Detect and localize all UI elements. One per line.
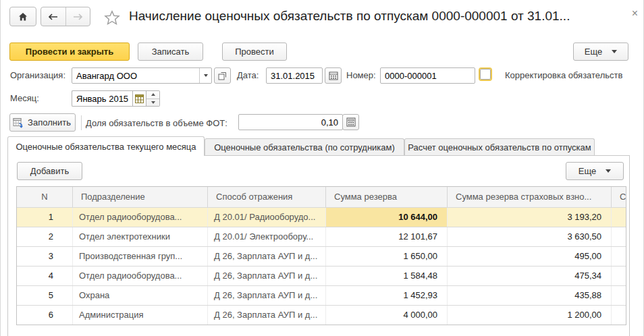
more-button-label: Еще	[585, 47, 602, 57]
organization-input[interactable]	[72, 68, 199, 83]
header-n[interactable]: N	[17, 187, 73, 207]
open-in-new-icon	[218, 72, 227, 80]
table-cell-extra[interactable]	[612, 267, 626, 285]
header-department[interactable]: Подразделение	[73, 187, 208, 207]
table-cell-dept[interactable]: Отдел радиооборудова...	[73, 267, 208, 285]
table-cell-reserve[interactable]: 4 000,00	[326, 306, 448, 325]
adjustment-checkbox[interactable]	[480, 69, 491, 80]
table-cell-reserve[interactable]: 10 644,00	[326, 208, 448, 227]
table-row[interactable]: 2Отдел электротехникиД 20.01/ Электрообо…	[17, 227, 626, 246]
history-nav	[41, 7, 90, 26]
table-cell-reserve[interactable]: 1 650,00	[326, 247, 448, 266]
month-input[interactable]	[72, 90, 132, 107]
table-cell-insurance[interactable]: 495,00	[448, 247, 612, 266]
tab-current-month[interactable]: Оценочные обязательства текущего месяца	[7, 136, 205, 156]
table-cell-method[interactable]: Д 20.01/ Радиооборудо...	[208, 208, 326, 227]
month-spinner	[146, 90, 160, 107]
home-button[interactable]	[9, 7, 36, 26]
tab-by-employees[interactable]: Оценочные обязательства (по сотрудникам)	[205, 138, 404, 155]
share-label: Доля обязательств в объеме ФОТ:	[86, 114, 227, 132]
table-row[interactable]: 1Отдел радиооборудова...Д 20.01/ Радиооб…	[17, 207, 626, 227]
table-cell-n[interactable]: 2	[17, 227, 73, 246]
table-row[interactable]: 6АдминистрацияД 26, Зарплата АУП и д...4…	[17, 305, 626, 325]
liabilities-table: N Подразделение Способ отражения Сумма р…	[16, 186, 626, 325]
more-button-table[interactable]: Еще	[566, 162, 624, 180]
table-cell-insurance[interactable]: 3 630,50	[448, 227, 612, 246]
table-cell-dept[interactable]: Администрация	[73, 306, 208, 325]
back-arrow-icon	[48, 13, 58, 21]
back-button[interactable]	[41, 7, 66, 26]
organization-label: Организация:	[10, 67, 65, 84]
table-cell-method[interactable]: Д 26, Зарплата АУП и д...	[208, 286, 326, 305]
more-button-label: Еще	[579, 166, 596, 176]
table-cell-reserve[interactable]: 1 452,93	[326, 286, 448, 305]
title-bar: Начисление оценочных обязательств по отп…	[1, 0, 643, 38]
table-cell-dept[interactable]: Отдел электротехники	[73, 227, 208, 246]
table-cell-dept[interactable]: Отдел радиооборудова...	[73, 208, 208, 227]
adjustment-label: Корректировка обязательств	[505, 67, 622, 84]
table-cell-reserve[interactable]: 12 101,67	[326, 227, 448, 246]
post-and-close-button[interactable]: Провести и закрыть	[9, 43, 130, 61]
organization-combobox	[72, 67, 212, 84]
forward-button[interactable]	[66, 7, 90, 26]
table-cell-insurance[interactable]: 1 200,00	[448, 306, 612, 325]
table-cell-method[interactable]: Д 26, Зарплата АУП и д...	[208, 306, 326, 325]
table-cell-extra[interactable]	[612, 227, 626, 246]
calendar-icon	[329, 71, 338, 80]
document-window: Начисление оценочных обязательств по отп…	[0, 0, 644, 336]
spinner-up-button[interactable]	[146, 91, 159, 99]
post-button[interactable]: Провести	[222, 43, 287, 61]
chevron-down-icon	[612, 50, 617, 53]
table-cell-extra[interactable]	[612, 247, 626, 266]
more-button-top[interactable]: Еще	[573, 43, 628, 61]
table-cell-n[interactable]: 3	[17, 247, 73, 266]
date-picker-button[interactable]	[325, 67, 342, 84]
table-cell-insurance[interactable]: 475,34	[448, 267, 612, 285]
home-icon	[18, 11, 28, 22]
month-field-group	[72, 90, 160, 107]
table-cell-insurance[interactable]: 435,88	[448, 286, 612, 305]
table-cell-n[interactable]: 1	[17, 208, 73, 227]
table-cell-extra[interactable]	[612, 208, 626, 227]
forward-arrow-icon	[73, 13, 83, 21]
header-method[interactable]: Способ отражения	[208, 187, 326, 207]
tab-vacation-calc[interactable]: Расчет оценочных обязательств по отпуска…	[404, 138, 595, 155]
table-cell-n[interactable]: 6	[17, 306, 73, 325]
calculator-button[interactable]	[342, 114, 359, 130]
header-insurance[interactable]: Сумма резерва страховых взно...	[448, 187, 612, 207]
header-extra[interactable]: С	[612, 187, 626, 207]
table-cell-method[interactable]: Д 26, Зарплата АУП и д...	[208, 267, 326, 285]
table-cell-n[interactable]: 4	[17, 267, 73, 285]
number-input[interactable]	[380, 67, 475, 84]
favorite-star-icon[interactable]	[103, 9, 121, 27]
header-reserve[interactable]: Сумма резерва	[326, 187, 448, 207]
write-button[interactable]: Записать	[138, 43, 203, 61]
add-row-button[interactable]: Добавить	[17, 162, 82, 180]
fill-button[interactable]: Заполнить	[9, 113, 76, 132]
spinner-down-button[interactable]	[146, 99, 159, 107]
organization-dropdown-icon[interactable]	[199, 68, 211, 83]
table-row[interactable]: 3Производственная груп...Д 26, Зарплата …	[17, 246, 626, 266]
table-cell-method[interactable]: Д 26, Зарплата АУП и д...	[208, 247, 326, 266]
organization-open-button[interactable]	[214, 67, 231, 84]
date-input[interactable]	[266, 67, 323, 84]
table-cell-dept[interactable]: Производственная груп...	[73, 247, 208, 266]
table-row[interactable]: 4Отдел радиооборудова...Д 26, Зарплата А…	[17, 266, 626, 285]
table-cell-method[interactable]: Д 20.01/ Электрообору...	[208, 227, 326, 246]
fill-button-label: Заполнить	[28, 117, 71, 128]
table-cell-n[interactable]: 5	[17, 286, 73, 305]
table-row[interactable]: 5ОхранаД 26, Зарплата АУП и д...1 452,93…	[17, 285, 626, 305]
table-cell-insurance[interactable]: 3 193,20	[448, 208, 612, 227]
close-icon[interactable]: ×	[632, 8, 638, 19]
month-label: Месяц:	[10, 90, 39, 107]
table-cell-extra[interactable]	[612, 286, 626, 305]
table-cell-reserve[interactable]: 1 584,48	[326, 267, 448, 285]
tab-panel: Добавить Еще N Подразделение Способ отра…	[7, 155, 630, 336]
toolbar-separator	[81, 115, 82, 130]
date-label: Дата:	[237, 67, 259, 84]
share-input[interactable]	[238, 114, 343, 130]
table-header-row: N Подразделение Способ отражения Сумма р…	[17, 187, 626, 207]
table-cell-extra[interactable]	[612, 306, 626, 325]
table-cell-dept[interactable]: Охрана	[73, 286, 208, 305]
month-picker-button[interactable]	[132, 90, 146, 107]
